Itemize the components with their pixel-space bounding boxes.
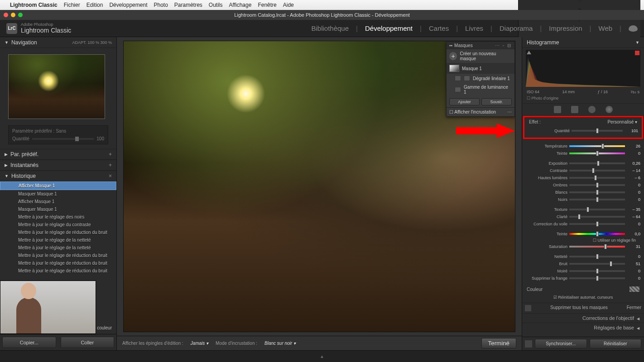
navigator-thumbnail[interactable] <box>8 54 105 119</box>
close-masks-button[interactable]: Fermer <box>627 305 641 311</box>
slider-track[interactable] <box>569 246 625 248</box>
slider-contraste[interactable]: Contraste– 14 <box>526 167 640 174</box>
slider-track[interactable] <box>569 216 625 218</box>
masking-tool-icon[interactable] <box>606 106 613 113</box>
snapshots-header[interactable]: ▶Instantanés + <box>0 160 116 171</box>
auto-reset-checkbox[interactable]: ☑ Réinitialiser automat. curseurs <box>553 295 613 300</box>
menu-file[interactable]: Fichier <box>64 2 80 8</box>
module-print[interactable]: Impression <box>549 24 582 32</box>
menu-view[interactable]: Affichage <box>229 2 252 8</box>
slider-value[interactable]: 0 <box>627 222 640 226</box>
filmstrip-collapsed[interactable]: ▲ <box>0 350 644 362</box>
mask-item-1[interactable]: Masque 1 <box>447 63 514 74</box>
slider-value[interactable]: – 35 <box>627 207 640 212</box>
history-item[interactable]: Mettre à jour le réglage de réduction du… <box>0 267 116 275</box>
menu-photo[interactable]: Photo <box>154 2 168 8</box>
clear-history-icon[interactable]: × <box>109 173 112 179</box>
lens-corrections-header[interactable]: Corrections de l'objectif◀ <box>522 313 644 323</box>
slider-quantit-[interactable]: Quantité101 <box>528 127 638 134</box>
paste-button[interactable]: Coller <box>61 337 115 348</box>
crop-tool-icon[interactable] <box>554 106 561 113</box>
slider-saturation[interactable]: Saturation31 <box>526 243 640 250</box>
history-item[interactable]: Mettre à jour le réglage de réduction du… <box>0 259 116 267</box>
slider-track[interactable] <box>569 170 625 171</box>
slider-value[interactable]: 0 <box>627 151 640 156</box>
slider-track[interactable] <box>569 209 625 210</box>
slider-value[interactable]: 31 <box>627 244 640 249</box>
slider-value[interactable]: 0 <box>627 269 640 273</box>
slider-value[interactable]: 51 <box>627 262 640 266</box>
slider-exposition[interactable]: Exposition0,26 <box>526 160 640 167</box>
histogram-header[interactable]: Histogramme▼ <box>522 37 644 48</box>
slider-noirs[interactable]: Noirs0 <box>526 196 640 203</box>
slider-track[interactable] <box>569 223 625 225</box>
before-after-toggle-icon[interactable] <box>525 305 531 311</box>
presets-header[interactable]: ▶Par. prédéf. + <box>0 149 116 160</box>
slider-temp-rature[interactable]: Température26 <box>526 143 640 150</box>
before-after-icon[interactable] <box>525 340 532 348</box>
slider-supprimer-la-frange[interactable]: Supprimer la frange0 <box>526 275 640 282</box>
slider-value[interactable]: 0,0 <box>627 232 640 236</box>
slider-track[interactable] <box>569 177 625 179</box>
edit-pins-dropdown[interactable]: Jamais ▾ <box>191 341 208 346</box>
menu-develop[interactable]: Développement <box>109 2 147 8</box>
mask-options-icon[interactable]: ⋯ <box>507 110 512 114</box>
photo-canvas[interactable]: ▪▪Masques⋯ ◦ ⊟ +Créer un nouveau masque … <box>123 41 515 332</box>
module-map[interactable]: Cartes <box>429 24 449 32</box>
shadow-clip-icon[interactable] <box>527 51 531 54</box>
slider-track[interactable] <box>569 184 625 186</box>
redeye-tool-icon[interactable] <box>588 106 596 113</box>
history-item[interactable]: Masquer Masque 1 <box>0 205 116 213</box>
heal-tool-icon[interactable] <box>571 106 578 113</box>
mask-add-button[interactable]: Ajouter <box>449 98 480 105</box>
overlay-mode-dropdown[interactable]: Blanc sur noir ▾ <box>264 341 296 346</box>
module-book[interactable]: Livres <box>465 24 483 32</box>
slider-teinte[interactable]: Teinte0,0 <box>526 230 640 238</box>
navigator-zoom-options[interactable]: ADAPT. 100 % 300 % <box>72 40 112 45</box>
original-photo-checkbox[interactable]: ☐ Photo d'origine <box>527 96 558 100</box>
slider-track[interactable] <box>569 256 625 257</box>
slider-texture[interactable]: Texture– 35 <box>526 206 640 213</box>
slider-teinte[interactable]: Teinte0 <box>526 150 640 157</box>
mask-subtract-button[interactable]: Soustr. <box>481 98 512 105</box>
slider-value[interactable]: 0,26 <box>627 161 640 166</box>
slider-track[interactable] <box>572 130 623 132</box>
slider-bruit[interactable]: Bruit51 <box>526 260 640 267</box>
slider-value[interactable]: 0 <box>627 183 640 187</box>
history-item[interactable]: Masquer Masque 1 <box>0 190 116 198</box>
add-preset-icon[interactable]: + <box>109 151 112 157</box>
slider-track[interactable] <box>569 145 625 147</box>
slider-value[interactable]: 0 <box>627 254 640 259</box>
mask-component-gradient[interactable]: Dégradé linéaire 1 <box>447 74 514 83</box>
fine-adjust-checkbox[interactable]: ☐ Utiliser un réglage fin <box>526 238 640 243</box>
disclosure-triangle-icon[interactable]: ▼ <box>5 40 9 45</box>
close-window-button[interactable] <box>4 13 8 17</box>
slider-track[interactable] <box>569 199 625 200</box>
slider-ombres[interactable]: Ombres0 <box>526 181 640 189</box>
histogram[interactable] <box>526 50 640 87</box>
color-swatch[interactable] <box>630 286 639 292</box>
slider-nettet-[interactable]: Netteté0 <box>526 253 640 260</box>
slider-clart-[interactable]: Clarté– 64 <box>526 213 640 220</box>
sync-button[interactable]: Synchroniser... <box>535 339 587 348</box>
maximize-window-button[interactable] <box>18 13 23 17</box>
module-develop[interactable]: Développement <box>365 24 413 32</box>
slider-value[interactable]: 26 <box>627 144 640 148</box>
create-mask-icon[interactable]: + <box>449 52 457 60</box>
minimize-window-button[interactable] <box>11 13 15 17</box>
done-button[interactable]: Terminé <box>481 338 516 348</box>
masks-panel[interactable]: ▪▪Masques⋯ ◦ ⊟ +Créer un nouveau masque … <box>446 41 515 117</box>
history-item[interactable]: Afficher Masque 1 <box>0 181 116 190</box>
slider-track[interactable] <box>569 233 625 235</box>
slider-value[interactable]: – 6 <box>627 176 640 180</box>
app-menu[interactable]: Lightroom Classic <box>10 2 58 8</box>
cloud-sync-icon[interactable] <box>629 25 638 32</box>
history-item[interactable]: Mettre à jour le réglage du contraste <box>0 221 116 229</box>
slider-correction-du-voile[interactable]: Correction du voile0 <box>526 220 640 228</box>
menu-edit[interactable]: Edition <box>87 2 103 8</box>
slider-value[interactable]: 0 <box>627 190 640 195</box>
module-web[interactable]: Web <box>599 24 613 32</box>
delete-all-masks-button[interactable]: Supprimer tous les masques <box>534 305 624 311</box>
status-icon[interactable]: ♫ <box>577 0 581 3</box>
show-overlay-checkbox[interactable]: ☐ Afficher l'incrustation <box>449 110 496 114</box>
